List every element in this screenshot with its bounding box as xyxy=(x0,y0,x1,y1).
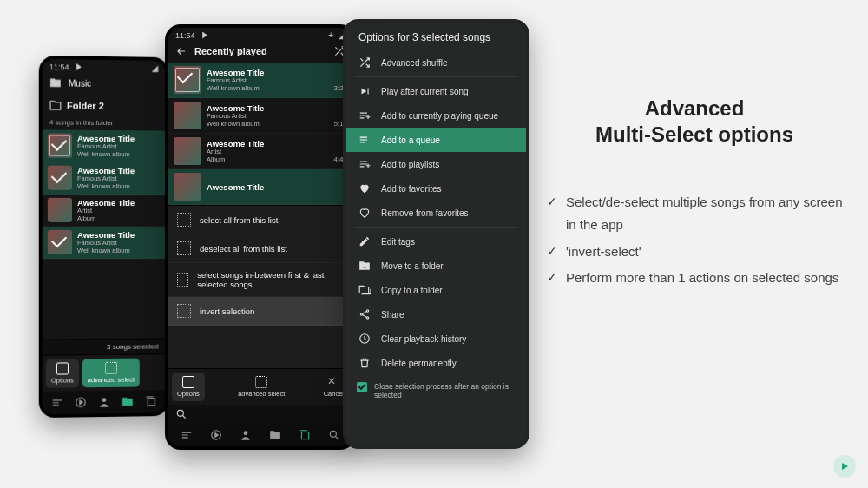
song-row[interactable]: Awesome TitleFamous ArtistWell known alb… xyxy=(168,98,352,134)
search-tab-icon[interactable] xyxy=(328,429,340,441)
options-button[interactable]: Options xyxy=(46,359,79,388)
folder-header[interactable]: Folder 2 xyxy=(43,94,166,117)
play-tab-icon[interactable] xyxy=(75,396,87,408)
app-bar: Recently played xyxy=(168,42,352,63)
select-between-icon xyxy=(177,273,188,287)
folder-subtitle: 4 songs in this folder xyxy=(43,116,166,130)
status-bar: 11:54 +◢ xyxy=(168,28,352,42)
menu-item-advanced-shuffle[interactable]: Advanced shuffle xyxy=(346,50,526,75)
checkbox-checked-icon[interactable] xyxy=(357,382,367,392)
folder-copy-icon xyxy=(358,284,371,296)
headline: AdvancedMulti-Select options xyxy=(538,96,851,148)
back-icon[interactable] xyxy=(175,45,187,57)
menu-item-add-current-queue[interactable]: Add to currently playing queue xyxy=(346,103,526,128)
svg-point-7 xyxy=(330,431,336,437)
song-list: Awesome TitleFamous ArtistWell known alb… xyxy=(43,129,166,339)
deselect-all-option[interactable]: deselect all from this list xyxy=(168,234,352,263)
song-row[interactable]: Awesome TitleFamous ArtistWell known alb… xyxy=(43,129,166,162)
song-row[interactable]: Awesome TitleArtistAlbum xyxy=(43,195,166,227)
selection-toolbar: 3 songs selected xyxy=(43,338,166,354)
menu-item-add-playlists[interactable]: Add to playlists xyxy=(346,152,526,176)
menu-footer-option[interactable]: Close selection process after an option … xyxy=(346,375,526,406)
play-indicator-icon xyxy=(202,32,207,39)
invert-selection-option[interactable]: invert selection xyxy=(168,297,352,326)
album-art-selected[interactable] xyxy=(174,66,201,94)
separator xyxy=(355,76,517,77)
album-art[interactable] xyxy=(174,102,201,129)
folder-tab-icon[interactable] xyxy=(269,429,281,441)
select-between-option[interactable]: select songs in-between first & last sel… xyxy=(168,263,352,297)
phone-recently-played: 11:54 +◢ Recently played Awesome TitleFa… xyxy=(165,24,356,450)
svg-point-8 xyxy=(366,310,368,312)
playlist-add-icon xyxy=(358,158,371,170)
options-button[interactable]: Options xyxy=(172,373,205,401)
invert-icon xyxy=(177,304,191,318)
edit-icon xyxy=(358,235,371,247)
album-art[interactable] xyxy=(174,173,201,201)
folder-title: Folder 2 xyxy=(67,101,104,111)
trash-icon xyxy=(358,357,371,369)
menu-item-clear-history[interactable]: Clear playback history xyxy=(346,326,526,351)
menu-item-edit-tags[interactable]: Edit tags xyxy=(346,229,526,254)
menu-item-remove-favorites[interactable]: Remove from favorites xyxy=(346,201,526,225)
feature-item: Perform more than 1 actions on selected … xyxy=(547,267,851,289)
artist-tab-icon[interactable] xyxy=(240,429,252,441)
breadcrumb[interactable]: Music xyxy=(43,73,166,96)
options-menu-panel: Options for 3 selected songs Advanced sh… xyxy=(343,19,529,449)
song-row[interactable]: Awesome Title xyxy=(168,169,352,205)
song-row[interactable]: Awesome TitleFamous ArtistWell known alb… xyxy=(43,227,166,259)
menu-item-share[interactable]: Share xyxy=(346,302,526,326)
play-indicator-icon xyxy=(76,63,82,70)
menu-item-delete[interactable]: Delete permanently xyxy=(346,351,526,375)
feature-list: Select/de-select multiple songs from any… xyxy=(538,191,851,289)
selection-actions: Options advanced select ✕Cancel xyxy=(168,368,352,405)
album-art[interactable] xyxy=(174,137,201,165)
phone-folder-view: 11:54 ◢ Music Folder 2 4 songs in this f… xyxy=(39,56,169,418)
app-logo-icon xyxy=(833,455,856,478)
search-icon xyxy=(175,408,187,420)
feature-item: Select/de-select multiple songs from any… xyxy=(547,191,851,237)
search-bar[interactable] xyxy=(168,405,352,424)
add-icon: + xyxy=(328,30,333,40)
library-tab-icon[interactable] xyxy=(144,395,156,407)
album-art-selected[interactable] xyxy=(48,133,72,157)
svg-rect-6 xyxy=(302,432,309,439)
menu-item-play-after[interactable]: Play after current song xyxy=(346,79,526,103)
queue-tab-icon[interactable] xyxy=(51,397,63,409)
folder-tab-icon[interactable] xyxy=(122,396,134,408)
status-bar: 11:54 ◢ xyxy=(43,59,166,75)
song-row[interactable]: Awesome TitleArtistAlbum4:49 xyxy=(168,134,352,169)
signal-icon: ◢ xyxy=(152,63,159,73)
advanced-select-button[interactable]: advanced select xyxy=(233,373,290,401)
svg-point-3 xyxy=(177,410,183,416)
song-row[interactable]: Awesome TitleFamous ArtistWell known alb… xyxy=(43,162,166,195)
breadcrumb-label: Music xyxy=(69,78,91,88)
menu-item-add-queue[interactable]: Add to a queue xyxy=(346,128,526,152)
advanced-select-button[interactable]: advanced select xyxy=(82,359,140,388)
folder-move-icon xyxy=(358,260,371,272)
folder-outline-icon xyxy=(49,99,62,111)
separator xyxy=(355,227,517,228)
clock: 11:54 xyxy=(49,63,69,71)
history-icon xyxy=(358,333,371,345)
svg-point-10 xyxy=(366,317,368,319)
menu-item-copy-folder[interactable]: Copy to a folder xyxy=(346,278,526,302)
album-art[interactable] xyxy=(48,198,72,222)
svg-point-5 xyxy=(244,431,248,435)
play-tab-icon[interactable] xyxy=(210,429,222,441)
menu-item-move-folder[interactable]: Move to a folder xyxy=(346,254,526,278)
album-art-selected[interactable] xyxy=(48,166,72,190)
song-row[interactable]: Awesome TitleFamous ArtistWell known alb… xyxy=(168,63,352,98)
artist-tab-icon[interactable] xyxy=(98,396,110,408)
clock: 11:54 xyxy=(175,31,195,40)
share-icon xyxy=(358,308,371,320)
song-list: Awesome TitleFamous ArtistWell known alb… xyxy=(168,63,352,205)
library-tab-icon[interactable] xyxy=(299,429,311,441)
album-art-selected[interactable] xyxy=(48,230,72,254)
menu-item-add-favorites[interactable]: Add to favorites xyxy=(346,176,526,201)
queue-tab-icon[interactable] xyxy=(181,429,193,441)
bottom-nav xyxy=(168,424,352,446)
select-all-icon xyxy=(177,213,191,227)
select-all-option[interactable]: select all from this list xyxy=(168,206,352,234)
selection-actions: Options advanced select xyxy=(43,353,166,392)
